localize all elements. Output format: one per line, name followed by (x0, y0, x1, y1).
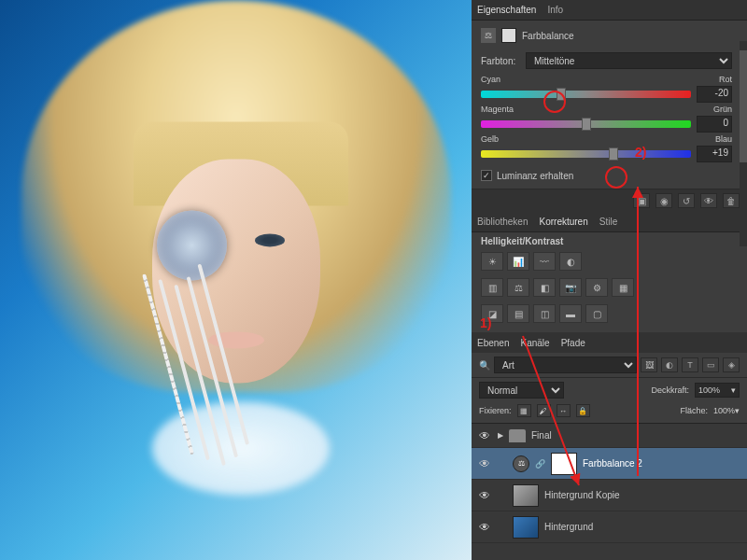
trash-icon[interactable]: 🗑 (723, 193, 740, 208)
view-previous-icon[interactable]: ◉ (655, 193, 672, 208)
yellow-blue-slider[interactable] (481, 150, 691, 158)
opacity-value[interactable]: 100%▾ (695, 383, 740, 398)
black-white-icon[interactable]: ◧ (533, 278, 556, 297)
tab-info[interactable]: Info (547, 5, 563, 15)
tab-korrekturen[interactable]: Korrekturen (539, 217, 587, 227)
canvas-viewport[interactable] (0, 0, 472, 560)
layer-hintergrund[interactable]: 👁 Hintergrund (472, 511, 747, 543)
tab-stile[interactable]: Stile (599, 217, 617, 227)
gradient-map-icon[interactable]: ▬ (559, 304, 582, 323)
layers-panel: Ebenen Kanäle Pfade 🔍 Art 🖼 ◐ T ▭ ◈ Norm… (472, 332, 747, 560)
composited-image (59, 47, 414, 532)
layer-hintergrund-kopie[interactable]: 👁 Hintergrund Kopie (472, 480, 747, 511)
gelb-label: Gelb (481, 134, 499, 144)
curves-icon[interactable]: 〰 (533, 252, 556, 271)
expand-icon[interactable]: ▶ (498, 431, 503, 440)
tab-bibliotheken[interactable]: Bibliotheken (477, 217, 528, 227)
visibility-icon[interactable]: 👁 (477, 429, 492, 442)
check-icon: ✓ (481, 170, 492, 181)
color-balance-icon: ⚖ (481, 28, 496, 43)
layer-name: Hintergrund Kopie (544, 490, 620, 500)
magenta-label: Magenta (481, 105, 514, 114)
blend-mode-select[interactable]: Normal (479, 382, 564, 399)
channel-mixer-icon[interactable]: ⚙ (585, 278, 608, 297)
magenta-green-slider[interactable] (481, 120, 691, 128)
adjustments-tabs: Bibliotheken Korrekturen Stile (472, 212, 747, 232)
filter-smart-icon[interactable]: ◈ (723, 357, 740, 372)
tab-eigenschaften[interactable]: Eigenschaften (477, 5, 536, 15)
layer-mask-thumbnail[interactable] (551, 453, 577, 475)
adjustments-grid: ☀ 📊 〰 ◐ ▥ ⚖ ◧ 📷 ⚙ ▦ ◪ ▤ ◫ ▬ ▢ (472, 246, 747, 332)
layer-name: Hintergrund (544, 522, 593, 532)
properties-scrollbar[interactable] (740, 41, 747, 246)
properties-footer: ▣ ◉ ↺ 👁 🗑 (472, 189, 747, 212)
gruen-label: Grün (713, 105, 732, 114)
filter-pixel-icon[interactable]: 🖼 (641, 357, 657, 372)
toggle-visibility-icon[interactable]: 👁 (700, 193, 717, 208)
invert-icon[interactable]: ◪ (481, 304, 503, 323)
reset-icon[interactable]: ↺ (678, 193, 695, 208)
layer-group-final[interactable]: 👁 ▶ Final (472, 424, 747, 448)
folder-icon (509, 429, 526, 442)
vibrance-icon[interactable]: ▥ (481, 278, 503, 297)
selective-color-icon[interactable]: ▢ (585, 304, 608, 323)
rot-label: Rot (719, 75, 732, 84)
visibility-icon[interactable]: 👁 (477, 457, 492, 470)
tab-ebenen[interactable]: Ebenen (477, 338, 509, 348)
layer-farbbalance-2[interactable]: 👁 ⚖ 🔗 Farbbalance 2 (472, 448, 747, 480)
lock-all-icon[interactable]: 🔒 (576, 404, 590, 417)
brightness-contrast-icon[interactable]: ☀ (481, 252, 503, 271)
tab-pfade[interactable]: Pfade (561, 338, 585, 348)
filter-adj-icon[interactable]: ◐ (661, 357, 678, 372)
magenta-green-value[interactable]: 0 (697, 116, 732, 133)
fill-label: Fläche: (680, 406, 708, 415)
exposure-icon[interactable]: ◐ (559, 252, 582, 271)
clip-to-layer-icon[interactable]: ▣ (633, 193, 650, 208)
fill-value[interactable]: 100%▾ (713, 406, 740, 415)
tone-select[interactable]: Mitteltöne (526, 52, 732, 69)
adjustment-layer-icon: ⚖ (513, 455, 529, 472)
tab-kanaele[interactable]: Kanäle (520, 338, 549, 348)
lock-position-icon[interactable]: ↔ (557, 404, 571, 417)
color-balance-adj-icon[interactable]: ⚖ (507, 278, 529, 297)
link-icon[interactable]: 🔗 (535, 459, 545, 469)
filter-shape-icon[interactable]: ▭ (702, 357, 719, 372)
visibility-icon[interactable]: 👁 (477, 521, 492, 534)
tone-label: Farbton: (481, 56, 520, 66)
adjustments-subtitle: Helligkeit/Kontrast (472, 232, 747, 246)
yellow-blue-value[interactable]: +19 (697, 146, 732, 162)
lock-paint-icon[interactable]: 🖌 (537, 404, 551, 417)
layer-name: Farbbalance 2 (583, 458, 642, 469)
preserve-luminosity-checkbox[interactable]: ✓ Luminanz erhalten (481, 170, 732, 181)
lock-transparent-icon[interactable]: ▦ (517, 404, 531, 417)
cyan-red-slider[interactable] (481, 91, 691, 98)
mask-icon[interactable] (501, 28, 516, 43)
opacity-label: Deckkraft: (652, 385, 690, 395)
visibility-icon[interactable]: 👁 (477, 489, 492, 502)
filter-type-icon[interactable]: T (682, 357, 698, 372)
properties-tabs: Eigenschaften Info (472, 0, 747, 21)
layer-list: 👁 ▶ Final 👁 ⚖ 🔗 Farbbalance 2 👁 Hintergr… (472, 423, 747, 560)
color-lookup-icon[interactable]: ▦ (612, 278, 634, 297)
right-panels: Eigenschaften Info ⚖ Farbbalance Farbton… (472, 0, 747, 560)
levels-icon[interactable]: 📊 (507, 252, 529, 271)
lock-label: Fixieren: (479, 406, 512, 415)
blau-label: Blau (715, 134, 732, 144)
properties-body: ⚖ Farbbalance Farbton: Mitteltöne Cyan R… (472, 21, 747, 189)
posterize-icon[interactable]: ▤ (507, 304, 529, 323)
adjustment-name: Farbbalance (522, 31, 574, 41)
photo-filter-icon[interactable]: 📷 (559, 278, 582, 297)
cyan-label: Cyan (481, 75, 500, 84)
layer-thumbnail[interactable] (513, 484, 539, 507)
layer-filter-select[interactable]: Art (494, 357, 637, 373)
preserve-luminosity-label: Luminanz erhalten (497, 171, 573, 181)
threshold-icon[interactable]: ◫ (533, 304, 556, 323)
layer-thumbnail[interactable] (513, 516, 539, 539)
layer-name: Final (531, 430, 552, 441)
cyan-red-value[interactable]: -20 (697, 86, 732, 103)
